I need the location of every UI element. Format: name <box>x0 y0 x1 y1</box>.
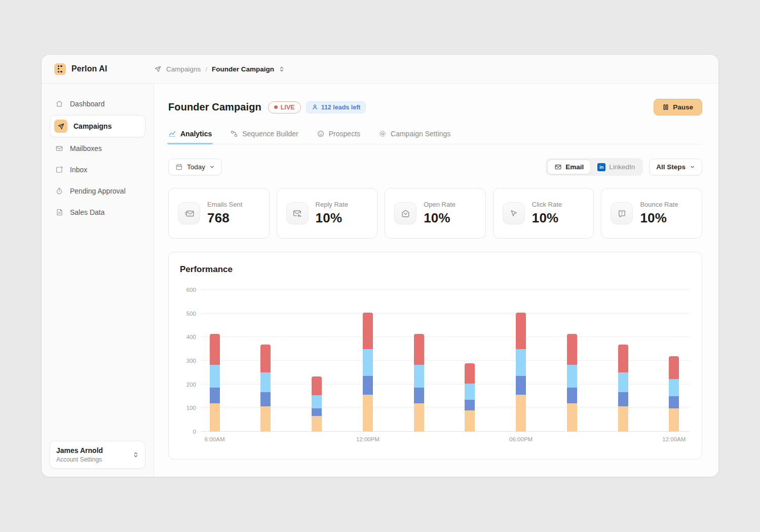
steps-dropdown[interactable]: All Steps <box>649 159 702 175</box>
sidebar-item-label: Pending Approval <box>70 187 126 195</box>
stacked-bar-1[interactable] <box>260 345 271 432</box>
tab-analytics[interactable]: Analytics <box>168 130 212 144</box>
pause-button[interactable]: Pause <box>654 99 702 116</box>
y-tick-label: 400 <box>186 334 196 340</box>
stat-value: 768 <box>207 210 242 226</box>
y-tick-label: 500 <box>186 311 196 317</box>
x-tick-label: 12:00PM <box>356 436 379 442</box>
gridline-500 <box>201 313 690 314</box>
stacked-bar-5[interactable] <box>465 363 475 432</box>
sidebar: Dashboard Campaigns Mailboxes Inbox <box>42 84 154 477</box>
sidebar-item-inbox[interactable]: Inbox <box>50 160 145 180</box>
blue-segment <box>465 400 475 410</box>
leads-left-badge: 112 leads left <box>306 101 366 113</box>
account-name: James Arnold <box>56 446 103 454</box>
envelope-icon <box>55 144 64 153</box>
stacked-bar-9[interactable] <box>669 356 679 432</box>
red-segment <box>618 345 628 372</box>
sidebar-item-dashboard[interactable]: Dashboard <box>50 94 145 114</box>
light-blue-segment <box>669 379 679 397</box>
stat-card-reply-rate: Reply Rate 10% <box>277 188 378 239</box>
x-tick-label: 12:00AM <box>662 436 686 442</box>
stacked-bar-6[interactable] <box>516 313 526 432</box>
paper-plane-icon <box>54 120 67 133</box>
gridline-300 <box>201 360 690 361</box>
orange-segment <box>260 406 271 432</box>
account-settings-card[interactable]: James Arnold Account Settings <box>50 441 145 469</box>
chart-x-axis: 6:00AM12:00PM06:00PM12:00AM <box>201 432 690 445</box>
gridline-600 <box>201 289 690 290</box>
cursor-icon <box>503 202 525 224</box>
light-blue-segment <box>414 365 424 388</box>
sidebar-item-sales-data[interactable]: Sales Data <box>50 202 145 222</box>
sidebar-item-campaigns[interactable]: Campaigns <box>50 115 145 137</box>
sidebar-item-pending-approval[interactable]: Pending Approval <box>50 181 145 201</box>
breadcrumb-separator: / <box>205 65 207 73</box>
line-chart-icon <box>168 130 176 138</box>
orange-segment <box>516 395 526 432</box>
stat-value: 10% <box>424 210 455 226</box>
flow-icon <box>230 130 238 138</box>
red-segment <box>260 345 271 372</box>
app-window: Perlon AI Campaigns / Founder Campaign D… <box>42 55 718 477</box>
red-segment <box>363 313 373 349</box>
light-blue-segment <box>465 384 475 400</box>
light-blue-segment <box>312 395 322 408</box>
channel-linkedin-button[interactable]: in LinkedIn <box>591 160 641 174</box>
light-blue-segment <box>363 349 373 376</box>
send-email-icon <box>178 202 200 224</box>
desktop: { "topbar": { "brand": "Perlon AI", "bre… <box>0 0 760 532</box>
stat-label: Bounce Rate <box>640 201 678 208</box>
document-icon <box>55 208 64 217</box>
sidebar-item-mailboxes[interactable]: Mailboxes <box>50 138 145 159</box>
red-segment <box>414 334 424 365</box>
breadcrumb-current[interactable]: Founder Campaign <box>212 65 274 73</box>
chart-y-axis: 0100200300400500600 <box>180 290 201 432</box>
gear-icon <box>378 130 387 138</box>
tab-prospects[interactable]: Prospects <box>317 130 360 144</box>
tab-campaign-settings[interactable]: Campaign Settings <box>378 130 450 144</box>
light-blue-segment <box>618 372 628 392</box>
tab-sequence-builder[interactable]: Sequence Builder <box>230 130 298 144</box>
chevron-down-icon <box>690 164 695 170</box>
stat-label: Reply Rate <box>316 201 348 208</box>
blue-segment <box>312 408 322 416</box>
chart-plot-area <box>201 290 690 432</box>
orange-segment <box>210 403 220 432</box>
light-blue-segment <box>567 365 577 388</box>
stacked-bar-0[interactable] <box>210 334 220 432</box>
stat-card-click-rate: Click Rate 10% <box>493 188 594 239</box>
date-range-dropdown[interactable]: Today <box>168 159 222 175</box>
y-tick-label: 300 <box>186 358 196 364</box>
sort-chevrons-icon[interactable] <box>279 66 285 72</box>
perlon-logo-icon <box>54 63 66 75</box>
blue-segment <box>414 388 424 403</box>
red-segment <box>210 334 220 365</box>
red-segment <box>516 313 526 349</box>
tab-bar: Analytics Sequence Builder Prospects <box>168 130 702 144</box>
orange-segment <box>669 408 679 432</box>
stat-label: Emails Sent <box>207 201 242 208</box>
stacked-bar-3[interactable] <box>363 313 373 432</box>
orange-segment <box>465 410 475 432</box>
channel-segmented-control: Email in LinkedIn <box>546 158 643 176</box>
paper-plane-icon <box>154 65 162 73</box>
stat-label: Open Rate <box>424 201 455 208</box>
x-tick-label: 06:00PM <box>509 436 533 442</box>
blue-segment <box>210 388 220 403</box>
stat-card-bounce-rate: Bounce Rate 10% <box>601 188 702 239</box>
red-segment <box>312 376 322 395</box>
performance-chart: 0100200300400500600 <box>180 290 690 432</box>
red-segment <box>669 356 679 379</box>
stacked-bar-7[interactable] <box>567 334 577 432</box>
channel-email-button[interactable]: Email <box>547 160 591 174</box>
red-segment <box>567 334 577 365</box>
breadcrumb-section[interactable]: Campaigns <box>166 65 201 73</box>
pause-icon <box>663 104 669 110</box>
breadcrumb: Campaigns / Founder Campaign <box>154 65 285 73</box>
stacked-bar-8[interactable] <box>618 345 628 432</box>
sidebar-item-label: Mailboxes <box>70 144 102 153</box>
chat-alert-icon <box>611 202 633 224</box>
stacked-bar-4[interactable] <box>414 334 424 432</box>
stacked-bar-2[interactable] <box>312 376 322 432</box>
